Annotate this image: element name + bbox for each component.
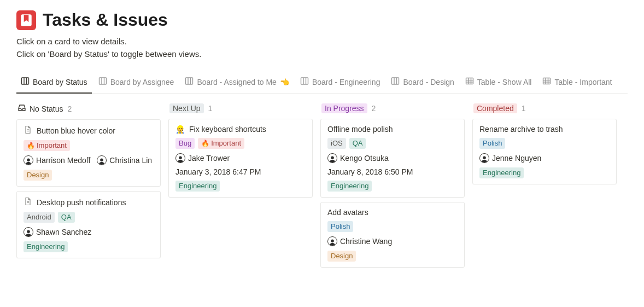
tab-table-show-all[interactable]: Table - Show All (461, 73, 536, 94)
assignee-name: Jenne Nguyen (492, 154, 541, 163)
table-icon (465, 77, 474, 87)
column-next-up: Next Up 1 👷Fix keyboard shortcutsBug🔥Imp… (168, 101, 313, 202)
card-title: Add avatars (327, 208, 368, 217)
tab-label: Board by Assignee (110, 78, 174, 86)
card[interactable]: Desktop push notificationsAndroidQA Shaw… (16, 191, 161, 258)
tab-table-important[interactable]: Table - Important (538, 73, 616, 94)
column-header[interactable]: Completed 1 (472, 101, 617, 119)
card-assignees: Harrison Medoff Christina Lin (24, 155, 154, 165)
board-icon (391, 77, 400, 87)
card-title: Button blue hover color (37, 126, 115, 135)
card-title-row: Rename archive to trash (479, 125, 610, 134)
card[interactable]: Button blue hover color🔥Important Harris… (16, 119, 161, 187)
tab-label: Table - Important (554, 78, 612, 86)
assignee-name: Harrison Medoff (36, 156, 90, 165)
assignee: Harrison Medoff (24, 155, 90, 165)
tag-qa: QA (349, 138, 366, 149)
tag-design: Design (24, 170, 52, 181)
column-in-progress: In Progress 2 Offline mode polishiOSQA K… (320, 101, 465, 272)
point-icon: 👈 (280, 78, 289, 86)
card-team-tags: Engineering (479, 167, 610, 178)
avatar-icon (24, 227, 33, 237)
avatar-icon (327, 236, 337, 246)
tag-polish: Polish (479, 138, 505, 149)
card[interactable]: 👷Fix keyboard shortcutsBug🔥Important Jak… (168, 119, 313, 198)
tab-board-by-status[interactable]: Board by Status (16, 73, 92, 94)
avatar-icon (97, 155, 107, 165)
card-title-row: Button blue hover color (24, 125, 154, 136)
card-title-row: Desktop push notifications (24, 197, 154, 207)
column-count: 2 (372, 104, 376, 113)
tag-qa: QA (58, 212, 75, 223)
assignee-name: Kengo Otsuka (340, 154, 389, 163)
view-tabs: Board by Status Board by Assignee Board … (16, 73, 628, 94)
assignee: Kengo Otsuka (327, 153, 389, 163)
card-team-tags: Design (24, 170, 154, 181)
card-assignees: Jenne Nguyen (479, 153, 610, 163)
tag-important: 🔥Important (198, 138, 244, 149)
card[interactable]: Rename archive to trashPolish Jenne Nguy… (472, 119, 617, 184)
column-header[interactable]: No Status 2 (16, 101, 161, 119)
tab-board-by-assignee[interactable]: Board by Assignee (94, 73, 179, 94)
kanban-board: No Status 2 Button blue hover color🔥Impo… (16, 101, 628, 272)
card-title: Rename archive to trash (479, 125, 563, 134)
assignee-name: Shawn Sanchez (36, 228, 91, 236)
tag-engineering: Engineering (479, 167, 524, 178)
card-team-tags: Engineering (24, 241, 154, 252)
tab-board-design[interactable]: Board - Design (387, 73, 458, 94)
card[interactable]: Add avatarsPolish Christine Wang Design (320, 202, 465, 268)
tab-label: Table - Show All (477, 78, 532, 86)
column-no-status: No Status 2 Button blue hover color🔥Impo… (16, 101, 161, 263)
card-assignees: Christine Wang (327, 236, 458, 246)
column-title: Completed (473, 103, 517, 113)
assignee-name: Christina Lin (109, 156, 152, 165)
column-title-text: No Status (30, 105, 63, 113)
tab-label: Board - Assigned to Me (197, 78, 277, 86)
card-date: January 3, 2018 6:47 PM (175, 167, 306, 176)
svg-rect-10 (301, 78, 308, 84)
card[interactable]: Offline mode polishiOSQA Kengo Otsuka Ja… (320, 119, 465, 198)
board-icon (185, 77, 194, 87)
card-title: Desktop push notifications (37, 198, 126, 207)
tag-bug: Bug (175, 138, 195, 149)
tag-design: Design (327, 251, 356, 262)
avatar-icon (175, 153, 185, 163)
card-date: January 8, 2018 6:50 PM (327, 167, 458, 176)
tab-board-engineering[interactable]: Board - Engineering (296, 73, 385, 94)
card-title-row: Offline mode polish (327, 125, 458, 134)
column-completed: Completed 1 Rename archive to trashPolis… (472, 101, 617, 189)
avatar-icon (327, 153, 337, 163)
svg-point-34 (331, 156, 334, 159)
page-header: Tasks & Issues (16, 10, 628, 30)
tag-ios: iOS (327, 138, 346, 149)
app-icon (16, 10, 36, 30)
tag-polish: Polish (327, 221, 353, 232)
card-title: Fix keyboard shortcuts (189, 125, 266, 134)
subtitle-line-1: Click on a card to view details. (16, 36, 628, 48)
assignee: Christine Wang (327, 236, 392, 246)
column-header[interactable]: Next Up 1 (168, 101, 313, 119)
document-icon (24, 197, 32, 207)
svg-point-35 (331, 239, 334, 242)
inbox-icon (17, 103, 26, 114)
board-icon (300, 77, 309, 87)
column-count: 1 (208, 104, 213, 113)
column-title: No Status (17, 103, 63, 114)
svg-rect-21 (543, 78, 551, 84)
avatar-icon (479, 153, 489, 163)
card-team-tags: Engineering (327, 181, 458, 192)
column-header[interactable]: In Progress 2 (320, 101, 465, 119)
card-assignees: Kengo Otsuka (327, 153, 458, 163)
column-title: In Progress (321, 103, 367, 113)
tab-board-assigned-to-me[interactable]: Board - Assigned to Me 👈 (180, 73, 294, 94)
tab-label: Board - Design (403, 78, 454, 86)
card-team-tags: Engineering (175, 181, 306, 192)
board-icon (21, 77, 30, 87)
table-icon (542, 77, 551, 87)
column-title: Next Up (169, 103, 204, 113)
tab-label: Board - Engineering (312, 78, 380, 86)
tab-label: Board by Status (33, 78, 87, 86)
svg-rect-16 (466, 78, 473, 84)
card-tags: Polish (327, 221, 458, 232)
assignee-name: Jake Trower (188, 154, 230, 163)
